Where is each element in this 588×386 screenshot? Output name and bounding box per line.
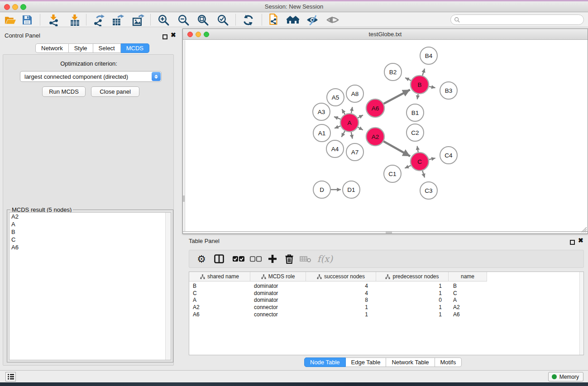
tab-select[interactable]: Select	[93, 43, 121, 53]
edge-B-B1[interactable]	[417, 94, 418, 100]
refresh-button[interactable]	[241, 14, 255, 26]
zoom-fit-button[interactable]	[196, 14, 210, 26]
delete-column-button[interactable]	[283, 250, 296, 267]
optimization-criterion-dropdown[interactable]: largest connected component (directed)	[20, 71, 162, 82]
tab-mcds[interactable]: MCDS	[121, 43, 149, 53]
node-B2[interactable]: B2	[384, 63, 402, 81]
edge-A-A4[interactable]	[341, 131, 344, 137]
edge-A-A1[interactable]	[335, 126, 340, 128]
edge-A6-B[interactable]	[384, 90, 410, 104]
network-vertical-scrollbar[interactable]	[183, 40, 185, 231]
import-table-button[interactable]	[68, 14, 81, 26]
save-session-button[interactable]	[20, 14, 34, 26]
edge-C-C4[interactable]	[429, 158, 435, 159]
column-header-predecessor-nodes[interactable]: predecessor nodes	[376, 272, 449, 281]
tab-edge-table[interactable]: Edge Table	[346, 357, 387, 367]
result-item[interactable]: C	[10, 236, 171, 243]
tab-style[interactable]: Style	[69, 43, 93, 53]
import-network-button[interactable]	[47, 14, 60, 26]
edge-B-B2[interactable]	[405, 78, 411, 81]
table-panel-close-button[interactable]: ✖	[578, 238, 583, 243]
node-B4[interactable]: B4	[420, 47, 437, 64]
node-C4[interactable]: C4	[440, 147, 457, 164]
select-all-button[interactable]	[231, 250, 246, 267]
table-scrollbar[interactable]	[579, 272, 583, 355]
zoom-out-button[interactable]	[177, 14, 190, 26]
edge-A-A3[interactable]	[334, 117, 340, 119]
clone-network-button[interactable]	[267, 14, 281, 26]
network-window-titlebar[interactable]: testGlobe.txt	[183, 29, 588, 40]
deselect-all-button[interactable]	[249, 250, 263, 267]
network-canvas[interactable]: AA1A2A3A4A5A6A7A8BB1B2B3B4CC1C2C3C4DD1	[183, 40, 588, 234]
node-C3[interactable]: C3	[420, 182, 437, 199]
edge-A2-C[interactable]	[383, 141, 410, 156]
node-A1[interactable]: A1	[313, 124, 330, 142]
node-C1[interactable]: C1	[384, 165, 401, 182]
column-manager-button[interactable]	[213, 250, 225, 267]
node-A3[interactable]: A3	[313, 103, 330, 120]
export-table-button[interactable]	[111, 14, 124, 26]
memory-button[interactable]: Memory	[548, 372, 583, 381]
node-B3[interactable]: B3	[440, 82, 457, 99]
function-builder-button[interactable]: f(x)	[316, 250, 334, 267]
run-mcds-button[interactable]: Run MCDS	[42, 86, 86, 97]
node-D[interactable]: D	[313, 181, 330, 198]
edge-A-A5[interactable]	[342, 109, 345, 114]
result-item[interactable]: A2	[10, 213, 171, 220]
edge-C-C3[interactable]	[422, 171, 425, 177]
tab-network-table[interactable]: Network Table	[386, 357, 435, 367]
home-layout-button[interactable]	[286, 14, 300, 26]
node-A4[interactable]: A4	[326, 140, 344, 157]
table-row[interactable]: A2connector11A2	[189, 304, 579, 311]
show-all-button[interactable]	[326, 14, 339, 26]
control-panel-close-button[interactable]: ✖	[171, 33, 176, 38]
search-field[interactable]	[450, 14, 584, 25]
open-session-button[interactable]	[3, 14, 17, 26]
export-image-button[interactable]	[131, 14, 145, 26]
result-list-scrollbar[interactable]	[165, 213, 171, 360]
node-A[interactable]: A	[340, 114, 359, 132]
node-D1[interactable]: D1	[343, 181, 360, 198]
table-row[interactable]: Adominator80A	[189, 296, 579, 304]
edge-C-C2[interactable]	[417, 146, 418, 152]
result-item[interactable]: B	[10, 228, 171, 236]
zoom-selected-button[interactable]	[216, 14, 229, 26]
tab-motifs[interactable]: Motifs	[435, 357, 462, 367]
close-panel-button[interactable]: Close panel	[91, 86, 139, 97]
zoom-in-button[interactable]	[157, 14, 170, 26]
network-horizontal-scrollbar[interactable]	[183, 231, 588, 234]
column-header-successor-nodes[interactable]: successor nodes	[306, 272, 376, 281]
network-graph[interactable]: AA1A2A3A4A5A6A7A8BB1B2B3B4CC1C2C3C4DD1	[183, 40, 588, 232]
hide-selected-button[interactable]	[306, 14, 319, 26]
node-A6[interactable]: A6	[366, 99, 384, 117]
column-header-shared-name[interactable]: shared name	[189, 272, 250, 281]
tab-network[interactable]: Network	[35, 43, 69, 53]
result-item[interactable]: A	[10, 220, 171, 228]
export-network-button[interactable]	[92, 14, 105, 26]
column-header-MCDS-role[interactable]: MCDS role	[250, 272, 306, 281]
node-C2[interactable]: C2	[406, 124, 424, 141]
control-panel-float-button[interactable]	[163, 33, 167, 41]
table-row[interactable]: Bdominator41B	[189, 282, 579, 290]
node-A2[interactable]: A2	[366, 128, 384, 146]
delete-table-button[interactable]	[298, 250, 313, 267]
edge-B-B4[interactable]	[422, 69, 425, 76]
node-A8[interactable]: A8	[346, 85, 363, 102]
table-panel-float-button[interactable]	[570, 238, 575, 247]
node-C[interactable]: C	[411, 152, 429, 171]
result-item[interactable]: A6	[10, 243, 171, 251]
tab-node-table[interactable]: Node Table	[304, 357, 346, 367]
edge-B-B3[interactable]	[429, 86, 435, 88]
node-A5[interactable]: A5	[327, 89, 344, 106]
node-B[interactable]: B	[411, 76, 429, 94]
mcds-result-list[interactable]: A2ABCA6	[9, 212, 171, 360]
table-options-button[interactable]: ⚙	[195, 250, 208, 267]
edge-A-A2[interactable]	[358, 127, 363, 130]
add-column-button[interactable]	[266, 250, 279, 267]
edge-A-A8[interactable]	[351, 107, 353, 113]
table-row[interactable]: Cdominator41C	[189, 290, 579, 297]
task-history-button[interactable]	[5, 372, 16, 381]
resize-grip-icon[interactable]	[580, 225, 587, 233]
edge-C-C1[interactable]	[405, 166, 411, 168]
edge-A-A7[interactable]	[351, 132, 353, 139]
